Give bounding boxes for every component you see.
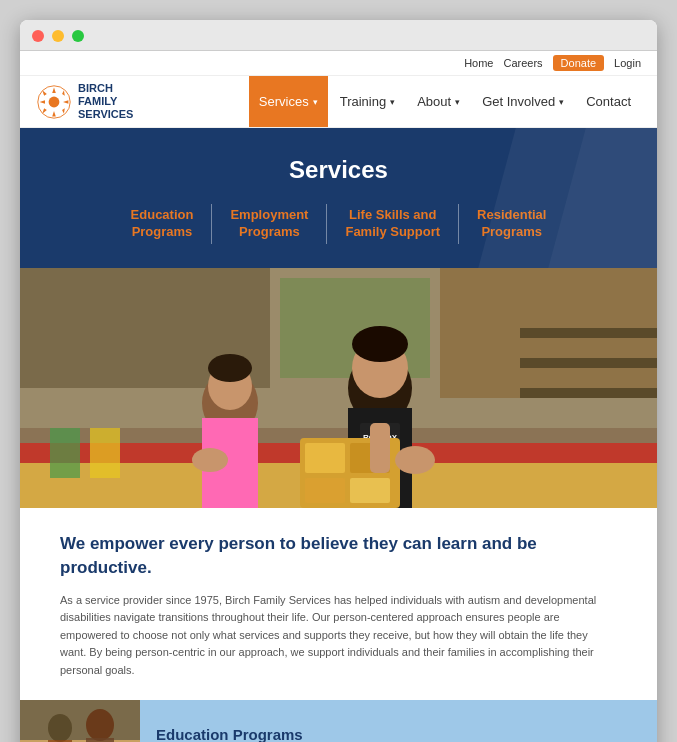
nav-item-training[interactable]: Training ▾	[330, 76, 405, 127]
main-body: As a service provider since 1975, Birch …	[60, 592, 617, 680]
chevron-down-icon: ▾	[390, 97, 395, 107]
svg-rect-35	[50, 428, 80, 478]
svg-rect-36	[90, 428, 120, 478]
svg-point-43	[48, 714, 72, 742]
minimize-button[interactable]	[52, 30, 64, 42]
close-button[interactable]	[32, 30, 44, 42]
svg-rect-34	[350, 478, 390, 503]
nav-item-about[interactable]: About ▾	[407, 76, 470, 127]
logo-text: BIRCH FAMILY SERVICES	[78, 82, 133, 122]
svg-point-45	[86, 709, 114, 741]
education-card[interactable]: Education Programs	[20, 700, 657, 742]
nav-item-contact[interactable]: Contact	[576, 76, 641, 127]
nav-items: Services ▾ Training ▾ About ▾ Get Involv…	[249, 76, 641, 127]
utility-bar: Home Careers Donate Login	[20, 51, 657, 76]
svg-rect-16	[520, 358, 657, 368]
photo-placeholder: ROBLOX	[20, 268, 657, 508]
svg-rect-15	[520, 328, 657, 338]
svg-rect-17	[520, 388, 657, 398]
services-title: Services	[40, 156, 637, 184]
chevron-down-icon: ▾	[455, 97, 460, 107]
svg-rect-41	[20, 700, 140, 740]
chevron-down-icon: ▾	[313, 97, 318, 107]
svg-rect-39	[370, 423, 390, 473]
browser-window: Home Careers Donate Login	[20, 20, 657, 742]
nav-item-services[interactable]: Services ▾	[249, 76, 328, 127]
donate-button[interactable]: Donate	[553, 55, 604, 71]
utility-link-home[interactable]: Home	[464, 57, 493, 69]
nav-item-get-involved[interactable]: Get Involved ▾	[472, 76, 574, 127]
service-link-education[interactable]: EducationPrograms	[113, 207, 212, 241]
svg-rect-46	[86, 738, 114, 742]
services-hero: Services EducationPrograms EmploymentPro…	[20, 128, 657, 268]
classroom-photo: ROBLOX	[20, 268, 657, 508]
logo[interactable]: BIRCH FAMILY SERVICES	[36, 82, 133, 122]
chevron-down-icon: ▾	[559, 97, 564, 107]
svg-point-9	[49, 96, 60, 107]
svg-point-27	[352, 326, 408, 362]
main-nav: BIRCH FAMILY SERVICES Services ▾ Trainin…	[20, 76, 657, 128]
education-label: Education Programs	[156, 726, 303, 742]
svg-point-23	[208, 354, 252, 382]
utility-link-login[interactable]: Login	[614, 57, 641, 69]
logo-icon	[36, 84, 72, 120]
svg-rect-31	[305, 443, 345, 473]
text-section: We empower every person to believe they …	[20, 508, 657, 700]
svg-point-37	[192, 448, 228, 472]
service-link-life-skills[interactable]: Life Skills andFamily Support	[327, 207, 458, 241]
utility-link-careers[interactable]: Careers	[503, 57, 542, 69]
service-link-residential[interactable]: ResidentialPrograms	[459, 207, 564, 241]
svg-rect-33	[305, 478, 345, 503]
service-link-employment[interactable]: EmploymentPrograms	[212, 207, 326, 241]
svg-point-38	[395, 446, 435, 474]
education-label-box: Education Programs	[140, 700, 657, 742]
education-card-photo	[20, 700, 140, 742]
browser-chrome	[20, 20, 657, 51]
maximize-button[interactable]	[72, 30, 84, 42]
main-headline: We empower every person to believe they …	[60, 532, 617, 580]
services-links: EducationPrograms EmploymentPrograms Lif…	[40, 204, 637, 244]
